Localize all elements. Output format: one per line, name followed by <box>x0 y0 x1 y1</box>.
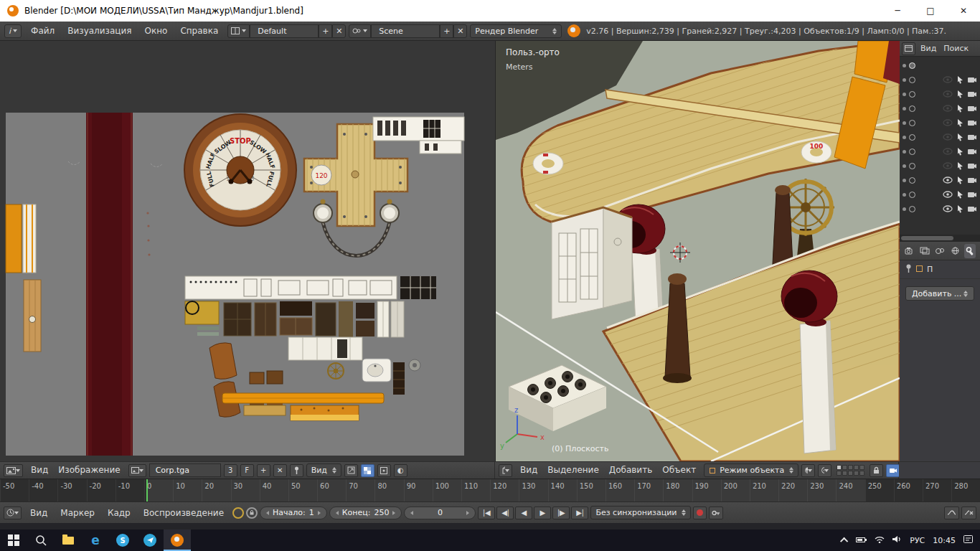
expand-dot[interactable] <box>903 136 906 139</box>
cursor-select-icon[interactable] <box>954 161 965 170</box>
ruler-tick[interactable]: 20 <box>202 479 230 501</box>
add-layout-button[interactable]: + <box>319 24 332 38</box>
unlink-image-button[interactable]: ✕ <box>273 464 287 477</box>
ruler-tick[interactable]: 210 <box>750 479 778 501</box>
lock-icon[interactable] <box>870 464 883 477</box>
expand-dot[interactable] <box>903 193 906 197</box>
ruler-tick[interactable]: 30 <box>231 479 260 501</box>
playback-button[interactable]: |▶ <box>552 507 570 519</box>
outliner-row[interactable] <box>900 116 980 130</box>
action-center-icon[interactable] <box>963 535 973 545</box>
add-scene-button[interactable]: + <box>440 24 453 38</box>
expand-dot[interactable] <box>903 64 906 67</box>
ruler-tick[interactable]: 220 <box>778 479 807 501</box>
expand-dot[interactable] <box>903 164 906 168</box>
skype-button[interactable]: S <box>109 529 136 551</box>
outliner-row[interactable] <box>900 187 980 202</box>
viewport-canvas[interactable]: 100 <box>496 41 900 461</box>
battery-icon[interactable] <box>856 536 867 545</box>
playback-button[interactable]: ◀| <box>496 507 514 519</box>
shading-dropdown-icon[interactable] <box>801 464 815 477</box>
delete-scene-button[interactable]: ✕ <box>453 24 467 38</box>
ruler-tick[interactable]: 110 <box>461 479 490 501</box>
hidden-icons-chevron[interactable] <box>840 537 848 545</box>
render-toggle-icon[interactable] <box>966 191 977 198</box>
playback-button[interactable]: ◀ <box>515 507 532 519</box>
editor-type-info-button[interactable]: i <box>4 24 22 38</box>
outliner-menu-item[interactable]: Поиск <box>940 41 972 57</box>
playback-button[interactable]: ▶ <box>534 507 551 519</box>
render-toggle-icon[interactable] <box>966 133 977 141</box>
ruler-tick[interactable]: 170 <box>634 479 663 501</box>
viewport-3d[interactable]: 100 <box>495 41 899 461</box>
cursor-select-icon[interactable] <box>954 133 965 141</box>
render-toggle-icon[interactable] <box>966 205 977 212</box>
render-toggle-icon[interactable] <box>966 148 977 155</box>
timeline-ruler[interactable]: -50-40-30-20-100102030405060708090100110… <box>0 479 980 501</box>
deckhouse-object[interactable] <box>552 207 632 319</box>
screen-layout-name[interactable]: Default <box>250 24 319 38</box>
uv-snap-toggle-icon[interactable] <box>361 464 374 477</box>
eye-icon[interactable] <box>942 148 953 155</box>
uv-pixel-snap-icon[interactable] <box>377 464 391 477</box>
outliner-editor-icon[interactable] <box>902 42 915 55</box>
search-button[interactable] <box>27 529 55 551</box>
outliner-scrollbar[interactable] <box>900 235 980 242</box>
ruler-tick[interactable]: 50 <box>288 479 317 501</box>
expand-dot[interactable] <box>903 207 906 211</box>
render-toggle-icon[interactable] <box>966 90 977 98</box>
outliner-row[interactable] <box>900 130 980 144</box>
current-frame-field[interactable]: 0 <box>404 507 476 519</box>
delete-layout-button[interactable]: ✕ <box>332 24 346 38</box>
mute-curve-icon[interactable] <box>961 507 976 519</box>
info-menu-item[interactable]: Окно <box>138 22 174 40</box>
scene-browse-icon[interactable] <box>349 24 371 38</box>
timeline-menu-item[interactable]: Воспроизведение <box>137 504 230 522</box>
info-menu-item[interactable]: Визуализация <box>61 22 138 40</box>
expand-dot[interactable] <box>903 93 906 96</box>
viewport-menu-item[interactable]: Вид <box>515 462 542 479</box>
eye-icon[interactable] <box>942 191 953 198</box>
pivot-dropdown-icon[interactable] <box>818 464 831 477</box>
cursor-select-icon[interactable] <box>954 190 965 199</box>
ruler-tick[interactable]: -30 <box>57 479 86 501</box>
close-button[interactable]: ✕ <box>947 0 980 22</box>
ruler-tick[interactable]: 240 <box>836 479 864 501</box>
edge-button[interactable]: e <box>82 529 109 551</box>
timeline-editor-icon[interactable] <box>4 507 22 519</box>
eye-icon[interactable] <box>942 76 953 83</box>
eye-icon[interactable] <box>942 119 953 126</box>
add-modifier-button[interactable]: Добавить ... <box>905 286 974 301</box>
render-engine-dropdown[interactable]: Рендер Blender <box>470 24 562 38</box>
clock[interactable]: 10:45 <box>933 536 956 545</box>
lifebuoy-left[interactable] <box>533 153 563 174</box>
eye-icon[interactable] <box>942 176 953 184</box>
info-menu-item[interactable]: Файл <box>24 22 61 40</box>
viewport-menu-item[interactable]: Добавить <box>604 462 657 479</box>
ruler-tick[interactable]: 230 <box>807 479 836 501</box>
render-toggle-icon[interactable] <box>966 162 977 169</box>
playback-button[interactable]: ▶| <box>571 507 588 519</box>
image-name-field[interactable]: Corp.tga <box>149 463 221 477</box>
eye-icon[interactable] <box>942 90 953 98</box>
outliner-row[interactable] <box>900 58 980 72</box>
playback-button[interactable]: |◀ <box>478 507 495 519</box>
render-toggle-icon[interactable] <box>966 76 977 83</box>
cursor-select-icon[interactable] <box>954 104 965 113</box>
ruler-tick[interactable]: 40 <box>260 479 288 501</box>
cursor-select-icon[interactable] <box>954 75 965 84</box>
ruler-tick[interactable]: 0 <box>144 479 173 501</box>
timeline-menu-item[interactable]: Кадр <box>101 504 137 522</box>
screen-layout-browse-icon[interactable] <box>227 24 250 38</box>
mode-dropdown[interactable]: Режим объекта <box>704 463 798 477</box>
tab-scene-icon[interactable] <box>934 244 946 258</box>
expand-dot[interactable] <box>903 150 906 154</box>
preview-range-toggle[interactable] <box>232 507 244 519</box>
network-icon[interactable] <box>875 536 885 545</box>
end-frame-field[interactable]: Конец: 250 <box>329 507 402 519</box>
cursor-select-icon[interactable] <box>954 204 965 213</box>
start-button[interactable] <box>0 529 27 551</box>
record-button[interactable] <box>693 507 707 519</box>
info-menu-item[interactable]: Справка <box>174 22 225 40</box>
ruler-tick[interactable]: 260 <box>894 479 923 501</box>
